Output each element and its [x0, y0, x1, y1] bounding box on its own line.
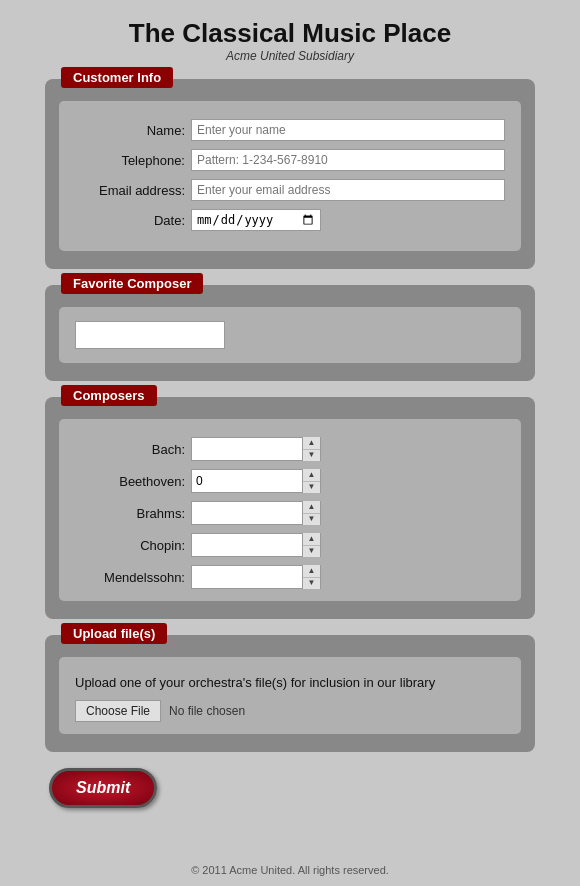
submit-button[interactable]: Submit — [49, 768, 157, 808]
name-input[interactable] — [191, 119, 505, 141]
beethoven-down-icon[interactable]: ▼ — [303, 482, 320, 494]
favorite-composer-box — [59, 307, 521, 363]
chopin-up-icon[interactable]: ▲ — [303, 533, 320, 546]
mendelssohn-input[interactable] — [192, 568, 302, 586]
telephone-label: Telephone: — [75, 153, 185, 168]
mendelssohn-spinner-buttons: ▲ ▼ — [302, 565, 320, 589]
brahms-down-icon[interactable]: ▼ — [303, 514, 320, 526]
favorite-composer-input[interactable] — [75, 321, 225, 349]
brahms-row: Brahms: ▲ ▼ — [75, 501, 505, 525]
name-label: Name: — [75, 123, 185, 138]
favorite-composer-section: Favorite Composer — [45, 285, 535, 381]
no-file-label: No file chosen — [169, 704, 245, 718]
chopin-row: Chopin: ▲ ▼ — [75, 533, 505, 557]
page-title: The Classical Music Place — [0, 18, 580, 49]
beethoven-row: Beethoven: ▲ ▼ — [75, 469, 505, 493]
composers-section: Composers Bach: ▲ ▼ Beethoven: — [45, 397, 535, 619]
beethoven-spinner-buttons: ▲ ▼ — [302, 469, 320, 493]
chopin-label: Chopin: — [75, 538, 185, 553]
date-row: Date: — [75, 209, 505, 231]
brahms-input[interactable] — [192, 504, 302, 522]
upload-section: Upload file(s) Upload one of your orches… — [45, 635, 535, 752]
email-label: Email address: — [75, 183, 185, 198]
mendelssohn-row: Mendelssohn: ▲ ▼ — [75, 565, 505, 589]
file-upload-row: Choose File No file chosen — [75, 700, 505, 722]
bach-down-icon[interactable]: ▼ — [303, 450, 320, 462]
bach-row: Bach: ▲ ▼ — [75, 437, 505, 461]
upload-description: Upload one of your orchestra's file(s) f… — [75, 675, 505, 690]
mendelssohn-down-icon[interactable]: ▼ — [303, 578, 320, 590]
footer-text: © 2011 Acme United. All rights reserved. — [191, 864, 389, 876]
mendelssohn-spinner: ▲ ▼ — [191, 565, 321, 589]
page-subtitle: Acme United Subsidiary — [0, 49, 580, 63]
customer-info-box: Name: Telephone: Email address: Date: — [59, 101, 521, 251]
upload-legend: Upload file(s) — [61, 623, 167, 644]
footer: © 2011 Acme United. All rights reserved. — [0, 848, 580, 886]
name-row: Name: — [75, 119, 505, 141]
bach-up-icon[interactable]: ▲ — [303, 437, 320, 450]
telephone-row: Telephone: — [75, 149, 505, 171]
bach-spinner-buttons: ▲ ▼ — [302, 437, 320, 461]
chopin-down-icon[interactable]: ▼ — [303, 546, 320, 558]
mendelssohn-up-icon[interactable]: ▲ — [303, 565, 320, 578]
email-row: Email address: — [75, 179, 505, 201]
customer-info-legend: Customer Info — [61, 67, 173, 88]
favorite-composer-legend: Favorite Composer — [61, 273, 203, 294]
bach-spinner: ▲ ▼ — [191, 437, 321, 461]
brahms-spinner: ▲ ▼ — [191, 501, 321, 525]
submit-area: Submit — [45, 768, 535, 808]
bach-input[interactable] — [192, 440, 302, 458]
brahms-spinner-buttons: ▲ ▼ — [302, 501, 320, 525]
composers-legend: Composers — [61, 385, 157, 406]
telephone-input[interactable] — [191, 149, 505, 171]
chopin-spinner: ▲ ▼ — [191, 533, 321, 557]
chopin-spinner-buttons: ▲ ▼ — [302, 533, 320, 557]
customer-info-section: Customer Info Name: Telephone: Email add… — [45, 79, 535, 269]
date-input[interactable] — [191, 209, 321, 231]
beethoven-label: Beethoven: — [75, 474, 185, 489]
choose-file-button[interactable]: Choose File — [75, 700, 161, 722]
bach-label: Bach: — [75, 442, 185, 457]
chopin-input[interactable] — [192, 536, 302, 554]
upload-box: Upload one of your orchestra's file(s) f… — [59, 657, 521, 734]
brahms-up-icon[interactable]: ▲ — [303, 501, 320, 514]
date-label: Date: — [75, 213, 185, 228]
brahms-label: Brahms: — [75, 506, 185, 521]
composers-box: Bach: ▲ ▼ Beethoven: ▲ ▼ — [59, 419, 521, 601]
beethoven-spinner: ▲ ▼ — [191, 469, 321, 493]
email-input[interactable] — [191, 179, 505, 201]
mendelssohn-label: Mendelssohn: — [75, 570, 185, 585]
beethoven-up-icon[interactable]: ▲ — [303, 469, 320, 482]
beethoven-input[interactable] — [192, 472, 302, 490]
